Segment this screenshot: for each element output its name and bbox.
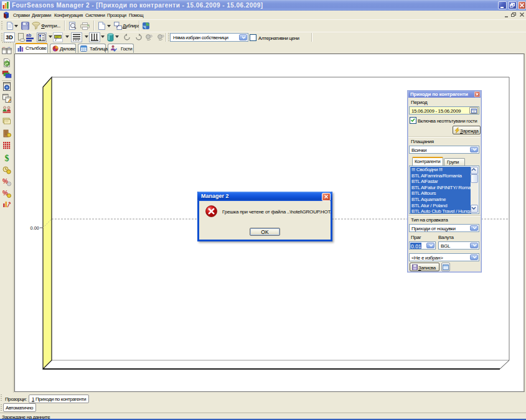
svg-text:12: 12: [2, 47, 5, 49]
svg-text:ab: ab: [26, 33, 31, 37]
svg-text:13: 13: [7, 47, 10, 49]
svg-text:0.00: 0.00: [30, 225, 39, 231]
svg-text:$: $: [5, 154, 9, 162]
